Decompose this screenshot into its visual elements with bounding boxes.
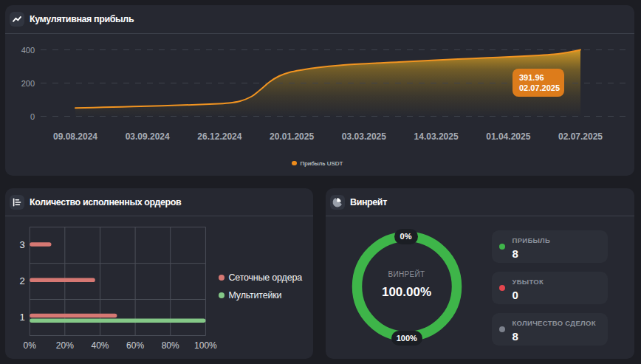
svg-text:02.07.2025: 02.07.2025 [558, 131, 603, 142]
svg-text:60%: 60% [126, 340, 144, 351]
svg-text:80%: 80% [162, 340, 179, 351]
svg-text:40%: 40% [91, 340, 109, 351]
svg-text:20%: 20% [56, 340, 74, 351]
svg-text:09.08.2024: 09.08.2024 [53, 131, 97, 142]
svg-text:2: 2 [19, 275, 24, 286]
svg-text:03.03.2025: 03.03.2025 [342, 131, 386, 142]
svg-text:01.04.2025: 01.04.2025 [486, 131, 530, 142]
svg-text:200: 200 [21, 79, 35, 88]
svg-text:400: 400 [21, 46, 35, 55]
svg-text:100%: 100% [194, 340, 217, 351]
svg-text:20.01.2025: 20.01.2025 [270, 131, 314, 142]
svg-text:1: 1 [19, 312, 24, 323]
svg-text:14.03.2025: 14.03.2025 [414, 131, 459, 142]
svg-text:0%: 0% [24, 340, 37, 351]
svg-text:03.09.2024: 03.09.2024 [126, 131, 170, 142]
svg-text:0: 0 [30, 112, 35, 121]
svg-text:26.12.2024: 26.12.2024 [197, 131, 241, 142]
svg-text:3: 3 [19, 239, 24, 250]
